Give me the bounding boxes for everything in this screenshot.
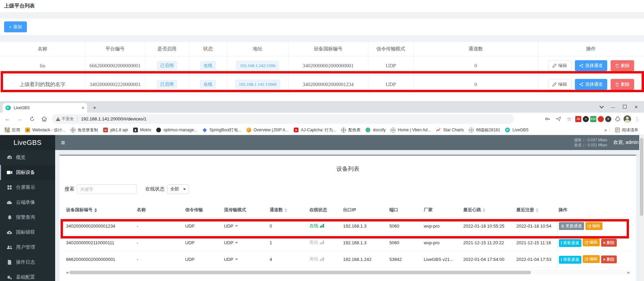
sidebar-item-user-mgmt[interactable]: 用户管理 (0, 240, 55, 255)
column-header[interactable]: 最近注册 (515, 202, 557, 218)
stream-mode-dropdown[interactable]: UDP (224, 257, 238, 262)
bookmark-item[interactable]: optimus-manage... (156, 127, 197, 133)
cell-registered: 2021-12-15 11:16 (515, 234, 557, 251)
browser-window: LiveGBS × + — × ← → 不安全 192.168.1.141:20… (0, 101, 644, 281)
bookmark-item[interactable]: 应用 (4, 127, 20, 133)
sort-icon[interactable] (94, 208, 97, 212)
extension-red-ball-icon[interactable] (598, 116, 604, 122)
extension-dark-icon[interactable]: ∞ (583, 116, 589, 122)
sidebar-item-alarm-query[interactable]: 报警查询 (0, 210, 55, 225)
bookmark-item[interactable]: Overview (JSIP A... (246, 127, 289, 133)
send-icon[interactable] (553, 114, 563, 124)
bookmark-item[interactable]: 66国标28181 (469, 127, 500, 133)
bookmark-item[interactable]: SpringBoot打包... (202, 127, 241, 133)
platform-list-header: 上级平台列表 (0, 0, 644, 13)
welcome-user[interactable]: 欢迎, admin (613, 139, 639, 146)
stream-mode-dropdown[interactable]: UDP (224, 240, 238, 245)
menu-kebab-icon[interactable]: ⋮ (632, 114, 642, 124)
column-header[interactable]: 通道数 (268, 202, 308, 218)
bookmark-item[interactable]: ▮Motrix (133, 127, 151, 133)
sidebar-item-label: 分屏展示 (16, 184, 35, 191)
back-icon[interactable]: ← (3, 114, 12, 124)
cell-gb-id: 34020000002000000001 (288, 56, 368, 75)
window-close-button[interactable]: × (630, 104, 642, 110)
new-tab-button[interactable]: + (91, 104, 99, 112)
stream-mode-dropdown[interactable]: UDP (224, 224, 238, 229)
sidebar-item-cloud-record[interactable]: 云端录像 (0, 195, 55, 210)
bar-chart-icon (320, 257, 324, 262)
extensions-puzzle-icon[interactable] (613, 114, 622, 124)
tab-livegbs[interactable]: LiveGBS × (3, 103, 87, 113)
select-channel-button[interactable]: 选择通道 (575, 79, 607, 90)
tab-close-icon[interactable]: × (82, 105, 84, 111)
bookmarks-overflow-icon[interactable]: » (604, 127, 607, 133)
bookmark-item[interactable]: Star Charts (436, 127, 464, 133)
edit-button[interactable]: 编辑 (548, 60, 571, 71)
extension-green-icon[interactable]: F12 (590, 116, 596, 122)
reload-icon[interactable] (27, 114, 37, 124)
app-logo[interactable]: LiveGBS (0, 135, 55, 150)
profile-avatar[interactable] (624, 115, 631, 123)
bookmark-item[interactable]: ≋Webstack - 设计... (25, 127, 65, 133)
camera-icon (6, 170, 13, 175)
delete-button[interactable]: 删除 (611, 79, 634, 90)
online-status-select[interactable]: 全部 (167, 184, 189, 194)
extension-js-icon[interactable]: JS (575, 116, 581, 122)
edit-button[interactable]: 编辑 (583, 238, 600, 246)
app-header: ≡ 接收 ↑ : 0.037 Mbps 发送 ↓ : 0.021 Mbps 欢迎… (55, 135, 644, 150)
key-icon[interactable] (543, 114, 552, 124)
bookmark-item[interactable]: 免登录复制 (70, 127, 98, 133)
update-button[interactable]: 更新通道 (559, 222, 584, 230)
online-status-online[interactable]: 在线 (309, 223, 324, 229)
delete-button[interactable]: ×删除 (601, 255, 617, 263)
edit-button[interactable]: 编辑 (548, 79, 571, 90)
sort-icon[interactable] (536, 208, 538, 212)
sidebar-item-split-screen[interactable]: 分屏展示 (0, 180, 55, 195)
bookmark-item[interactable]: 配色表 (341, 127, 360, 133)
select-channel-button[interactable]: 选择通道 (575, 60, 607, 71)
bookmark-star-icon[interactable]: ☆ (564, 114, 574, 124)
delete-button[interactable]: 删除 (611, 60, 634, 71)
forward-icon[interactable]: → (15, 114, 25, 124)
sidebar-item-op-logs[interactable]: 操作日志 (0, 255, 55, 270)
sidebar-item-overview[interactable]: 概览 (0, 150, 55, 165)
edit-button[interactable]: 编辑 (585, 222, 602, 230)
horizontal-scrollbar[interactable]: ◀ ▶ (65, 270, 631, 275)
home-icon[interactable] (39, 114, 49, 124)
delete-button[interactable]: ×删除 (601, 239, 617, 247)
tab-search-icon[interactable] (596, 105, 607, 110)
column-header[interactable]: 最近心跳 (462, 202, 515, 218)
bookmark-label: optimus-manage... (163, 128, 197, 132)
minimize-button[interactable]: — (607, 105, 619, 109)
column-header[interactable]: 设备国标编号 (65, 202, 135, 218)
sidebar-item-gb-devices[interactable]: 国标设备 (0, 165, 55, 180)
view-button[interactable]: i查看通道 (559, 239, 581, 247)
sort-icon[interactable] (483, 208, 485, 212)
bookmark-item[interactable]: Ojdk1.8 api (103, 127, 128, 133)
column-header: 出口IP (342, 202, 388, 218)
vertical-scrollbar[interactable] (639, 135, 644, 281)
sidebar-item-basic-config[interactable]: 基础配置 (0, 270, 55, 281)
bookmark-item[interactable]: LiveGBS (505, 127, 528, 133)
extension-blocker-icon[interactable]: 0 (605, 116, 611, 122)
scroll-right-arrow[interactable]: ▶ (626, 271, 631, 274)
bookmark-item[interactable]: GAJ-Captcha: 行为... (293, 127, 336, 133)
cell-port: 53942 (388, 251, 422, 268)
address-bar[interactable]: 不安全 192.168.1.141:20000/#/devices/1 (52, 114, 514, 124)
bookmark-item[interactable]: ·docsify (365, 127, 385, 133)
sidebar-item-gb-cascade[interactable]: 国标级联 (0, 225, 55, 240)
add-button[interactable]: + 添加 (4, 21, 27, 32)
search-input[interactable] (77, 184, 136, 194)
sort-icon[interactable] (285, 208, 287, 212)
view-button[interactable]: i查看通道 (559, 256, 581, 264)
scroll-left-arrow[interactable]: ◀ (65, 271, 69, 274)
security-warning[interactable]: 不安全 (56, 116, 74, 122)
bookmark-item[interactable]: Home | Vben Ad... (390, 127, 431, 133)
vertical-scrollbar-thumb[interactable] (640, 138, 643, 216)
scrollbar-thumb[interactable] (69, 271, 531, 274)
bookmark-label: SpringBoot打包... (210, 127, 241, 133)
sidebar-toggle-icon[interactable]: ≡ (55, 135, 71, 150)
reading-list-button[interactable]: 阅读清单 (615, 127, 638, 133)
edit-button[interactable]: 编辑 (583, 255, 600, 263)
maximize-button[interactable] (619, 105, 630, 110)
